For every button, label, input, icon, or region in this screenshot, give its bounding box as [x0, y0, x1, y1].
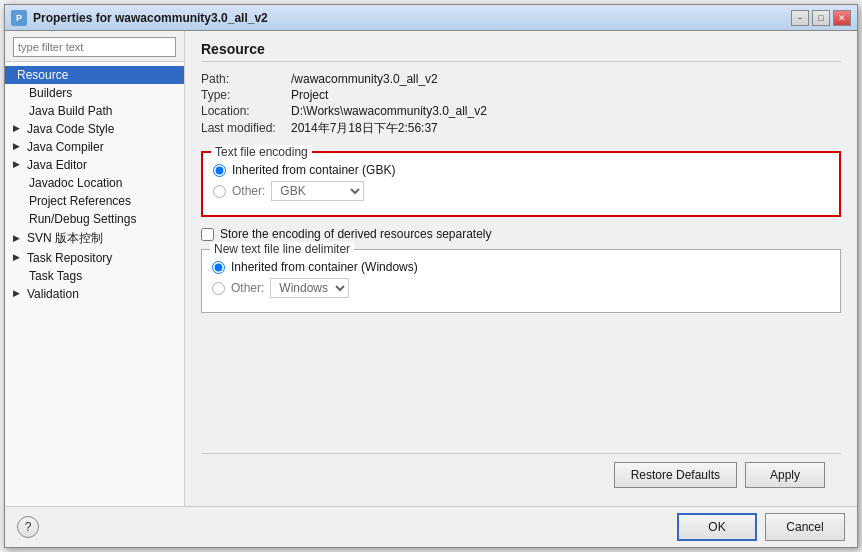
window-icon: P — [11, 10, 27, 26]
arrow-svn — [13, 233, 25, 245]
store-encoding-checkbox[interactable] — [201, 228, 214, 241]
other-delimiter-select[interactable]: Windows Unix Mac — [270, 278, 349, 298]
sidebar-item-task-tags[interactable]: Task Tags — [5, 267, 184, 285]
content-area: Resource Builders Java Build Path Java C… — [5, 31, 857, 506]
line-delimiter-group: New text file line delimiter Inherited f… — [201, 249, 841, 313]
apply-button[interactable]: Apply — [745, 462, 825, 488]
sidebar-item-javadoc-location[interactable]: Javadoc Location — [5, 174, 184, 192]
type-label: Type: — [201, 88, 291, 102]
sidebar-item-run-debug-settings[interactable]: Run/Debug Settings — [5, 210, 184, 228]
inherited-delimiter-radio[interactable] — [212, 261, 225, 274]
arrow-validation — [13, 288, 25, 300]
arrow-java-compiler — [13, 141, 25, 153]
text-encoding-content: Inherited from container (GBK) Other: GB… — [213, 163, 829, 201]
path-value: /wawacommunity3.0_all_v2 — [291, 72, 438, 86]
store-encoding-row: Store the encoding of derived resources … — [201, 227, 841, 241]
sidebar-item-java-code-style[interactable]: Java Code Style — [5, 120, 184, 138]
info-table: Path: /wawacommunity3.0_all_v2 Type: Pro… — [201, 72, 841, 139]
tree-list: Resource Builders Java Build Path Java C… — [5, 62, 184, 506]
type-value: Project — [291, 88, 328, 102]
line-delimiter-legend: New text file line delimiter — [210, 242, 354, 256]
last-modified-label: Last modified: — [201, 121, 291, 135]
sidebar-item-task-repository[interactable]: Task Repository — [5, 249, 184, 267]
location-label: Location: — [201, 104, 291, 118]
sidebar-item-java-compiler[interactable]: Java Compiler — [5, 138, 184, 156]
section-title: Resource — [201, 41, 841, 62]
store-encoding-label: Store the encoding of derived resources … — [220, 227, 492, 241]
text-encoding-group: Text file encoding Inherited from contai… — [201, 151, 841, 217]
panel-action-buttons: Restore Defaults Apply — [201, 453, 841, 496]
arrow-task-repository — [13, 252, 25, 264]
close-button[interactable]: ✕ — [833, 10, 851, 26]
ok-button[interactable]: OK — [677, 513, 757, 541]
arrow-java-code-style — [13, 123, 25, 135]
inherited-encoding-label: Inherited from container (GBK) — [232, 163, 395, 177]
location-value: D:\Works\wawacommunity3.0_all_v2 — [291, 104, 487, 118]
inherited-encoding-radio[interactable] — [213, 164, 226, 177]
sidebar-item-svn[interactable]: SVN 版本控制 — [5, 228, 184, 249]
other-delimiter-row: Other: Windows Unix Mac — [212, 278, 830, 298]
filter-input[interactable] — [13, 37, 176, 57]
sidebar-item-java-editor[interactable]: Java Editor — [5, 156, 184, 174]
last-modified-row: Last modified: 2014年7月18日下午2:56:37 — [201, 120, 841, 137]
dialog-action-buttons: OK Cancel — [677, 513, 845, 541]
inherited-encoding-row: Inherited from container (GBK) — [213, 163, 829, 177]
right-panel: Resource Path: /wawacommunity3.0_all_v2 … — [185, 31, 857, 506]
sidebar-item-validation[interactable]: Validation — [5, 285, 184, 303]
left-panel: Resource Builders Java Build Path Java C… — [5, 31, 185, 506]
help-button[interactable]: ? — [17, 516, 39, 538]
dialog-bottom-bar: ? OK Cancel — [5, 506, 857, 547]
line-delimiter-content: Inherited from container (Windows) Other… — [212, 260, 830, 298]
path-label: Path: — [201, 72, 291, 86]
sidebar-item-project-references[interactable]: Project References — [5, 192, 184, 210]
restore-button[interactable]: □ — [812, 10, 830, 26]
filter-area — [5, 31, 184, 62]
text-encoding-legend: Text file encoding — [211, 145, 312, 159]
sidebar-item-java-build-path[interactable]: Java Build Path — [5, 102, 184, 120]
cancel-button[interactable]: Cancel — [765, 513, 845, 541]
type-row: Type: Project — [201, 88, 841, 102]
last-modified-value: 2014年7月18日下午2:56:37 — [291, 120, 438, 137]
restore-defaults-button[interactable]: Restore Defaults — [614, 462, 737, 488]
sidebar-item-builders[interactable]: Builders — [5, 84, 184, 102]
path-row: Path: /wawacommunity3.0_all_v2 — [201, 72, 841, 86]
window-title: Properties for wawacommunity3.0_all_v2 — [33, 11, 791, 25]
title-bar: P Properties for wawacommunity3.0_all_v2… — [5, 5, 857, 31]
other-encoding-label: Other: — [232, 184, 265, 198]
properties-window: P Properties for wawacommunity3.0_all_v2… — [4, 4, 858, 548]
location-row: Location: D:\Works\wawacommunity3.0_all_… — [201, 104, 841, 118]
other-encoding-radio[interactable] — [213, 185, 226, 198]
other-delimiter-label: Other: — [231, 281, 264, 295]
inherited-delimiter-label: Inherited from container (Windows) — [231, 260, 418, 274]
other-encoding-row: Other: GBK UTF-8 ISO-8859-1 — [213, 181, 829, 201]
window-controls: − □ ✕ — [791, 10, 851, 26]
arrow-java-editor — [13, 159, 25, 171]
other-delimiter-radio[interactable] — [212, 282, 225, 295]
minimize-button[interactable]: − — [791, 10, 809, 26]
inherited-delimiter-row: Inherited from container (Windows) — [212, 260, 830, 274]
other-encoding-select[interactable]: GBK UTF-8 ISO-8859-1 — [271, 181, 364, 201]
sidebar-item-resource[interactable]: Resource — [5, 66, 184, 84]
